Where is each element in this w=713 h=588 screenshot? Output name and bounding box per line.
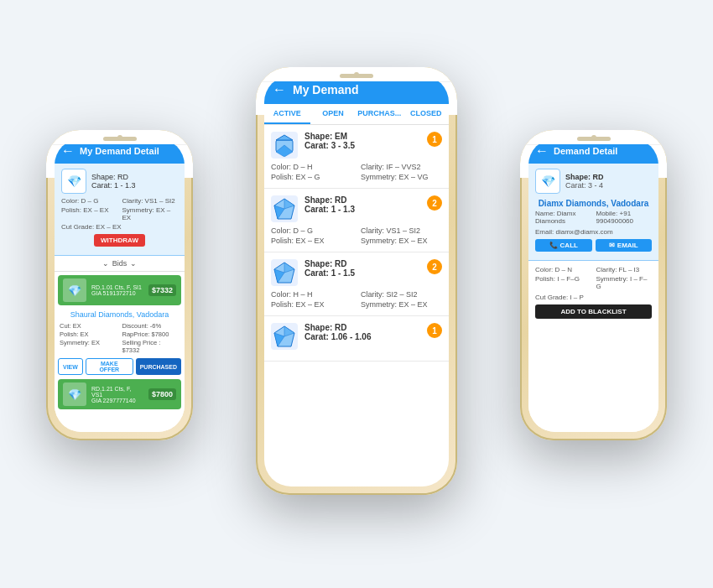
left-symmetry: Symmetry: EX – EX — [122, 206, 179, 221]
right-color: Color: D – N — [535, 266, 591, 273]
right-mobile: Mobile: +91 9904900060 — [596, 210, 653, 225]
bid-sym-1: Symmetry: EX — [60, 339, 117, 354]
company-name: Diamx Diamonds, Vadodara — [535, 197, 652, 210]
card-details-2: Color: D – G Clarity: VS1 – SI2 Polish: … — [271, 226, 442, 245]
diamond-card-2: Shape: RD Carat: 1 - 1.3 2 Color: D – G … — [264, 189, 449, 252]
card-shape-4: Shape: RD — [304, 323, 372, 332]
right-diamond-thumb: 💎 — [535, 169, 560, 194]
left-shape-label: Shape: RD — [91, 173, 136, 181]
card-carat-4: Carat: 1.06 - 1.06 — [304, 332, 372, 341]
card-header-3: Shape: RD Carat: 1 - 1.5 2 — [271, 259, 442, 286]
card-clarity-2: Clarity: VS1 – SI2 — [361, 226, 442, 235]
right-details-section: Color: D – N Clarity: FL – I3 Polish: I … — [528, 261, 658, 324]
bid-cert-2: GIA 2297777140 — [91, 398, 143, 403]
phone-inner-right: ← Demand Detail 💎 Shape: RD Carat: 3 - 4… — [528, 138, 658, 432]
bid-rap-1: RapPrice: $7800 — [122, 330, 180, 338]
center-tabs: ACTIVE OPEN PURCHAS... CLOSED — [264, 104, 449, 125]
bid-info-1: RD,1.01 Cts, F, SI1 GIA 5191372710 — [91, 284, 143, 296]
view-button[interactable]: VIEW — [58, 358, 83, 375]
card-color-3: Color: H – H — [271, 290, 352, 299]
bids-toggle[interactable]: ⌄ Bids ⌄ — [55, 256, 185, 272]
seller-name-1: Shaural Diamonds, Vadodara — [55, 309, 185, 320]
diamond-img-1 — [271, 132, 298, 159]
bid-item-1: 💎 RD,1.01 Cts, F, SI1 GIA 5191372710 $73… — [58, 275, 181, 305]
right-symmetry: Symmetry: I – F–G — [596, 275, 653, 290]
back-arrow-right[interactable]: ← — [535, 143, 549, 159]
right-carat-label: Carat: 3 - 4 — [565, 181, 604, 190]
card-color-1: Color: D – H — [271, 163, 352, 171]
camera-center — [354, 72, 359, 77]
card-header-4: Shape: RD Carat: 1.06 - 1.06 1 — [271, 323, 442, 350]
card-clarity-1: Clarity: IF – VVS2 — [361, 163, 442, 171]
left-shape-row: 💎 Shape: RD Carat: 1 - 1.3 — [61, 169, 178, 194]
card-shape-2: Shape: RD — [304, 195, 355, 205]
bid-price-1: $7332 — [148, 284, 176, 296]
svg-marker-1 — [276, 135, 293, 140]
center-cards-list: Shape: EM Carat: 3 - 3.5 1 Color: D – H … — [264, 125, 449, 487]
bid-cert-1: GIA 5191372710 — [91, 290, 143, 296]
tab-open[interactable]: OPEN — [310, 104, 356, 124]
bid-actions-1: VIEW MAKE OFFER PURCHASED — [55, 356, 185, 377]
tab-active[interactable]: ACTIVE — [264, 104, 310, 124]
card-clarity-3: Clarity: SI2 – SI2 — [361, 290, 442, 299]
left-cut-grade: Cut Grade: EX – EX — [61, 221, 178, 231]
right-shape-row: 💎 Shape: RD Carat: 3 - 4 — [535, 169, 652, 194]
card-header-1: Shape: EM Carat: 3 - 3.5 1 — [271, 132, 442, 159]
card-text-4: Shape: RD Carat: 1.06 - 1.06 — [304, 323, 372, 341]
badge-4: 1 — [427, 323, 442, 338]
badge-3: 2 — [427, 259, 442, 274]
right-card-blue: 💎 Shape: RD Carat: 3 - 4 Diamx Diamonds,… — [528, 164, 658, 261]
card-symmetry-1: Symmetry: EX – VG — [361, 173, 442, 181]
back-arrow-center[interactable]: ← — [273, 82, 286, 97]
chevron-icon: ⌄ — [102, 259, 109, 268]
card-details-3: Color: H – H Clarity: SI2 – SI2 Polish: … — [271, 290, 442, 309]
back-arrow-left[interactable]: ← — [61, 143, 75, 159]
card-symmetry-2: Symmetry: EX – EX — [361, 237, 442, 245]
card-text-2: Shape: RD Carat: 1 - 1.3 — [304, 195, 355, 214]
bid-selling-1: Selling Price : $7332 — [122, 339, 180, 354]
phone-right: ← Demand Detail 💎 Shape: RD Carat: 3 - 4… — [520, 130, 667, 440]
left-screen: 💎 Shape: RD Carat: 1 - 1.3 Color: D – G … — [55, 164, 185, 432]
left-header-title: My Demand Detail — [80, 146, 159, 156]
email-icon: ✉ — [609, 242, 615, 249]
right-shape-info: Shape: RD Carat: 3 - 4 — [565, 173, 604, 190]
right-details-grid: Color: D – N Clarity: FL – I3 Polish: I … — [535, 266, 652, 290]
bids-label: Bids — [112, 259, 128, 268]
right-action-btns: 📞 CALL ✉ EMAIL — [535, 239, 652, 252]
phone-inner-center: ← My Demand ACTIVE OPEN PURCHAS... CLOSE… — [264, 75, 449, 487]
withdraw-button[interactable]: WITHDRAW — [94, 234, 145, 247]
bid-title-1: RD,1.01 Cts, F, SI1 — [91, 284, 143, 290]
tab-closed[interactable]: CLOSED — [403, 104, 449, 124]
card-symmetry-3: Symmetry: EX – EX — [361, 300, 442, 309]
left-clarity: Clarity: VS1 – SI2 — [122, 197, 179, 205]
diamond-img-4 — [271, 323, 298, 350]
right-screen: 💎 Shape: RD Carat: 3 - 4 Diamx Diamonds,… — [528, 164, 658, 432]
email-btn-label: EMAIL — [617, 242, 638, 249]
right-cut-grade: Cut Grade: I – P — [535, 294, 652, 301]
diamond-img-3 — [271, 259, 298, 286]
bid-thumb-2: 💎 — [63, 382, 86, 406]
phone-left: ← My Demand Detail 💎 Shape: RD Carat: 1 … — [46, 130, 193, 440]
right-shape-label: Shape: RD — [565, 173, 604, 181]
card-polish-1: Polish: EX – G — [271, 173, 352, 181]
diamond-card-3: Shape: RD Carat: 1 - 1.5 2 Color: H – H … — [264, 252, 449, 316]
left-color: Color: D – G — [61, 197, 117, 205]
phone-icon: 📞 — [549, 242, 558, 249]
bid-cut-1: Cut: EX — [60, 322, 117, 330]
right-header-title: Demand Detail — [554, 146, 617, 156]
right-contact-grid: Name: Diamx Diamonds Mobile: +91 9904900… — [535, 210, 652, 225]
bid-item-2: 💎 RD,1.21 Cts, F, VS1 GIA 2297777140 $78… — [58, 379, 181, 409]
call-button[interactable]: 📞 CALL — [535, 239, 592, 252]
diamond-img-2 — [271, 195, 298, 222]
card-details-1: Color: D – H Clarity: IF – VVS2 Polish: … — [271, 163, 442, 181]
purchased-button[interactable]: PURCHASED — [136, 358, 181, 375]
blacklist-button[interactable]: ADD TO BLACKLIST — [535, 304, 652, 319]
left-polish: Polish: EX – EX — [61, 206, 117, 221]
email-button[interactable]: ✉ EMAIL — [596, 239, 653, 252]
make-offer-button[interactable]: MAKE OFFER — [86, 358, 133, 375]
right-email-label: Email: diamx@diamx.com — [535, 228, 652, 236]
left-diamond-thumb: 💎 — [61, 169, 86, 194]
card-polish-2: Polish: EX – EX — [271, 237, 352, 245]
tab-purchas[interactable]: PURCHAS... — [356, 104, 403, 124]
phone-center: ← My Demand ACTIVE OPEN PURCHAS... CLOSE… — [256, 67, 457, 495]
